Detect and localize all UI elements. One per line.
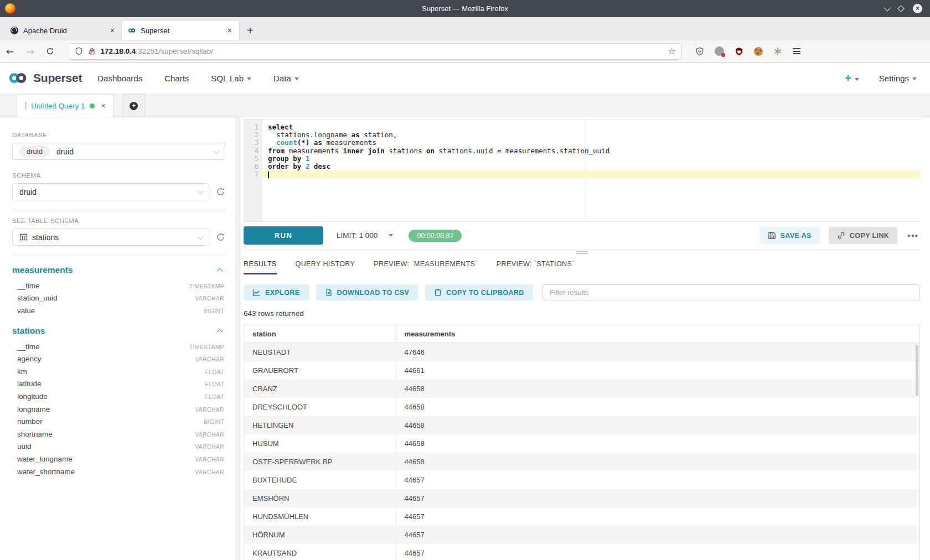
table-row[interactable]: HUSUM44658 [244, 434, 919, 453]
editor-code[interactable]: select stations.longname as station, cou… [262, 120, 920, 221]
nav-item-sql-lab[interactable]: SQL Lab [211, 74, 251, 83]
tab-close-icon[interactable]: × [226, 26, 234, 35]
line-number: 5 [244, 155, 259, 163]
more-actions-button[interactable]: ••• [907, 231, 919, 240]
schema-column-row: latitudeFLOAT [12, 378, 225, 391]
table-row[interactable]: GRAUERORT44661 [244, 361, 919, 380]
schema-column-row: water_longnameVARCHAR [12, 453, 225, 465]
drag-handle-icon[interactable] [25, 102, 27, 110]
extension-badge-icon[interactable] [715, 46, 724, 56]
shield-icon[interactable] [75, 47, 83, 55]
editor-gutter: 1234567 [244, 120, 262, 221]
colorful-asterisk-extension-icon[interactable] [773, 47, 782, 56]
run-button[interactable]: RUN [244, 226, 323, 245]
sql-editor[interactable]: 1234567 select stations.longname as stat… [244, 119, 920, 222]
superset-favicon-icon [127, 26, 136, 35]
add-new-button[interactable]: + [845, 72, 859, 85]
table-select[interactable]: stations [12, 229, 209, 246]
new-tab-button[interactable]: + [239, 24, 260, 40]
browser-tab-superset[interactable]: Superset × [122, 20, 239, 40]
url-text: 172.18.0.4:32251/superset/sqllab/ [101, 47, 213, 55]
insecure-lock-icon[interactable] [88, 47, 96, 55]
settings-menu[interactable]: Settings [879, 74, 917, 83]
database-tag: druid [19, 146, 50, 157]
column-name: water_longname [17, 455, 73, 463]
splitter-handle-icon[interactable] [576, 251, 588, 255]
code-line[interactable]: from measurements inner join stations on… [262, 147, 920, 155]
schema-select[interactable]: druid [12, 183, 209, 200]
window-maximize-icon[interactable] [897, 5, 905, 12]
database-select[interactable]: druid druid [12, 143, 225, 160]
reload-button[interactable] [40, 47, 60, 55]
plus-circle-icon: + [130, 102, 138, 110]
menu-hamburger-icon[interactable] [793, 46, 800, 55]
code-line[interactable] [262, 170, 920, 178]
new-query-tab-button[interactable]: + [123, 94, 145, 117]
back-button[interactable]: ← [0, 46, 20, 57]
code-line[interactable]: stations.longname as station, [262, 131, 920, 139]
save-as-button[interactable]: SAVE AS [760, 227, 820, 244]
table-row[interactable]: EMSHÖRN44657 [244, 489, 919, 507]
collapse-chevron-icon[interactable] [216, 329, 223, 335]
browser-tab-apache-druid[interactable]: Apache Druid × [4, 20, 122, 40]
superset-navbar: Superset Dashboards Charts SQL Lab Data … [0, 63, 930, 94]
table-row[interactable]: HÖRNUM44657 [244, 526, 919, 544]
column-name: __time [17, 282, 40, 290]
table-cell: HUSUM [244, 434, 396, 453]
table-row[interactable]: CRANZ44658 [244, 380, 919, 398]
tab-query-history[interactable]: QUERY HISTORY [296, 260, 355, 274]
copy-link-button[interactable]: COPY LINK [829, 227, 897, 244]
bookmark-star-icon[interactable]: ☆ [668, 46, 675, 56]
pocket-extension-icon[interactable] [695, 47, 704, 56]
download-csv-button[interactable]: DOWNLOAD TO CSV [316, 284, 418, 300]
window-shade-icon[interactable] [884, 4, 891, 11]
ublock-extension-icon[interactable] [735, 47, 743, 56]
schema-column-row: __timeTIMESTAMP [12, 340, 225, 353]
tab-preview-measurements[interactable]: PREVIEW: `MEASUREMENTS` [374, 260, 477, 274]
table-row[interactable]: DREYSCHLOOT44658 [244, 398, 919, 416]
table-row[interactable]: KRAUTSAND44657 [244, 544, 919, 560]
schema-column-row: valueBIGINT [12, 304, 225, 317]
table-cell: NEUSTADT [244, 343, 396, 362]
pane-splitter[interactable] [235, 117, 240, 560]
table-cell: 44658 [396, 380, 919, 398]
table-cell: 44658 [396, 434, 919, 453]
table-row[interactable]: HETLINGEN44658 [244, 416, 919, 434]
limit-control[interactable]: LIMIT: 1 000 [337, 231, 393, 240]
refresh-schema-icon[interactable] [216, 187, 225, 196]
nav-item-dashboards[interactable]: Dashboards [97, 74, 142, 83]
code-line[interactable]: order by 2 desc [262, 163, 920, 170]
pane-divider[interactable] [244, 250, 920, 250]
tab-results[interactable]: RESULTS [244, 260, 277, 274]
nav-item-data[interactable]: Data [273, 74, 299, 83]
url-bar[interactable]: 172.18.0.4:32251/superset/sqllab/ ☆ [69, 43, 682, 60]
tab-preview-stations[interactable]: PREVIEW: `STATIONS` [497, 260, 575, 274]
copy-clipboard-button[interactable]: COPY TO CLIPBOARD [425, 284, 533, 300]
table-row[interactable]: BUXTEHUDE44657 [244, 471, 919, 489]
tab-close-icon[interactable]: × [108, 26, 116, 35]
table-row[interactable]: HUNDSMÜHLEN44657 [244, 507, 919, 526]
cookie-extension-icon[interactable] [754, 47, 763, 56]
query-tab-close-icon[interactable]: × [101, 101, 106, 110]
explore-button[interactable]: EXPLORE [244, 284, 309, 300]
schema-table-name[interactable]: stations [12, 326, 45, 336]
query-tab-active[interactable]: Untitled Query 1 × [17, 94, 114, 117]
code-line[interactable]: group by 1 [262, 155, 920, 163]
forward-button[interactable]: → [20, 46, 40, 57]
refresh-table-icon[interactable] [216, 232, 225, 242]
schema-table-name[interactable]: measurements [12, 265, 73, 275]
table-cell: 44661 [396, 361, 919, 380]
window-close-button[interactable]: × [913, 4, 922, 13]
table-row[interactable]: NEUSTADT47646 [244, 343, 919, 362]
column-header-station[interactable]: station [244, 325, 396, 343]
collapse-chevron-icon[interactable] [216, 268, 223, 274]
code-line[interactable]: select [262, 123, 920, 131]
code-line[interactable]: count(*) as measurements [262, 139, 920, 147]
superset-logo[interactable]: Superset [7, 71, 82, 85]
nav-item-charts[interactable]: Charts [164, 74, 189, 83]
tab-title: Superset [141, 27, 226, 35]
table-row[interactable]: OSTE-SPERRWERK BP44658 [244, 453, 919, 471]
column-header-measurements[interactable]: measurements [396, 325, 919, 343]
filter-results-input[interactable] [542, 284, 920, 300]
table-scrollbar[interactable] [916, 345, 918, 396]
